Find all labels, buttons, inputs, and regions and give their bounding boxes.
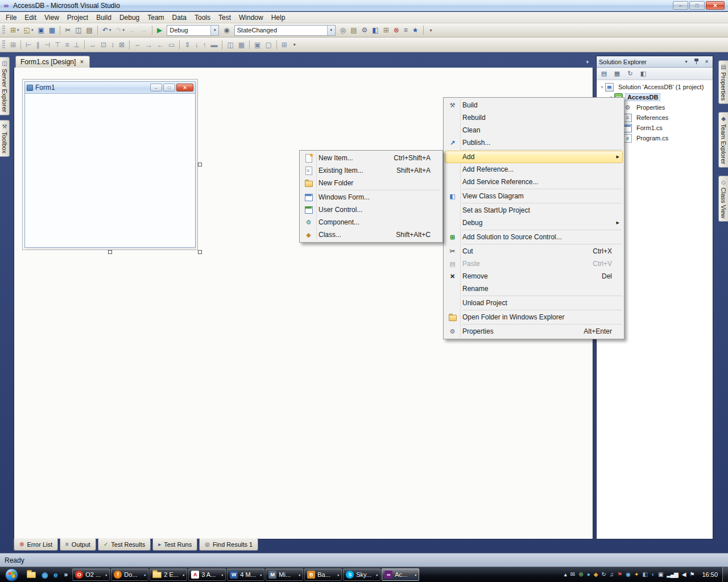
error-list-button[interactable]: ⊗ bbox=[392, 24, 401, 36]
menu-item-rebuild[interactable]: Rebuild bbox=[445, 111, 623, 124]
side-tab-server-explorer[interactable]: ◫Server Explorer bbox=[0, 57, 10, 115]
solution-configurations-combo[interactable]: Debug▾ bbox=[167, 25, 219, 36]
bottom-tab-test-results[interactable]: ✓Test Results bbox=[98, 538, 151, 551]
tray-messenger-icon[interactable]: ● bbox=[587, 572, 590, 577]
close-button[interactable]: ✕ bbox=[706, 1, 725, 10]
taskbar-button-accessdb[interactable]: ∞Ac...▾ bbox=[382, 568, 419, 581]
make-same-size-button[interactable]: ⊠ bbox=[117, 39, 126, 51]
tray-mail-icon[interactable]: ✉ bbox=[570, 572, 574, 577]
copy-button[interactable]: ◫ bbox=[73, 24, 83, 36]
tray-app-icon-1[interactable]: ◉ bbox=[626, 572, 630, 577]
menu-item-windows-form[interactable]: Windows Form... bbox=[301, 191, 441, 203]
taskbar-button-do[interactable]: fDo...▾ bbox=[111, 568, 148, 581]
quick-launch-media-player[interactable]: ◉ bbox=[42, 571, 48, 579]
menu-item-cut[interactable]: CutCtrl+X bbox=[445, 245, 623, 257]
panel-close-icon[interactable]: ✕ bbox=[703, 59, 710, 64]
tab-order-button[interactable]: ⊞ bbox=[280, 39, 289, 51]
tray-volume-icon[interactable]: ◀ bbox=[682, 572, 686, 577]
make-same-width-button[interactable]: ↔ bbox=[88, 39, 98, 51]
bring-to-front-button[interactable]: ▣ bbox=[253, 39, 262, 51]
tab-form1-design[interactable]: Form1.cs [Design] ✕ bbox=[15, 56, 90, 68]
tray-media-icon[interactable]: ♫ bbox=[610, 572, 614, 577]
menu-item-component[interactable]: Component... bbox=[301, 216, 441, 228]
properties-button[interactable]: ▤ bbox=[598, 69, 610, 79]
menu-edit[interactable]: Edit bbox=[20, 13, 40, 23]
start-button[interactable] bbox=[0, 567, 23, 582]
menu-debug[interactable]: Debug bbox=[115, 13, 143, 23]
align-bottoms-button[interactable]: ⊥ bbox=[72, 39, 81, 51]
toolbar-grip[interactable] bbox=[2, 26, 5, 35]
chevron-down-icon[interactable]: ▾ bbox=[327, 26, 335, 35]
make-same-height-button[interactable]: ↕ bbox=[109, 39, 116, 51]
menu-item-add-solution-to-source-control[interactable]: Add Solution to Source Control... bbox=[445, 231, 623, 243]
navigate-forward-button[interactable]: → bbox=[139, 24, 149, 36]
menu-item-remove[interactable]: RemoveDel bbox=[445, 270, 623, 282]
increase-vertical-spacing-button[interactable]: ↓ bbox=[193, 39, 200, 51]
tree-item-solution-accessdb-1-project[interactable]: ▾Solution 'AccessDB' (1 project) bbox=[597, 82, 713, 92]
expander-icon[interactable]: ▾ bbox=[599, 85, 605, 90]
start-page-button[interactable]: ★ bbox=[411, 24, 420, 36]
toolbox-button[interactable]: ⊞ bbox=[382, 24, 391, 36]
hidden-icons-button[interactable]: ▴ bbox=[564, 572, 566, 577]
solution-explorer-button[interactable]: ▤ bbox=[349, 24, 358, 36]
menu-item-clean[interactable]: Clean bbox=[445, 124, 623, 136]
save-button[interactable]: ▣ bbox=[36, 24, 46, 36]
taskbar-button-ba[interactable]: BBa...▾ bbox=[304, 568, 342, 581]
menu-item-paste[interactable]: PasteCtrl+V bbox=[445, 257, 623, 270]
menu-item-rename[interactable]: Rename bbox=[445, 282, 623, 295]
refresh-button[interactable]: ↻ bbox=[624, 69, 636, 79]
menu-item-view-class-diagram[interactable]: View Class Diagram bbox=[445, 190, 623, 202]
bottom-tab-error-list[interactable]: ⊗Error List bbox=[14, 538, 58, 551]
menu-item-new-folder[interactable]: New Folder bbox=[301, 177, 441, 189]
menu-item-properties[interactable]: PropertiesAlt+Enter bbox=[445, 325, 623, 338]
designer-form-body[interactable] bbox=[25, 94, 195, 247]
find-symbol-button[interactable]: ◉ bbox=[222, 24, 231, 36]
center-vertically-button[interactable]: ▦ bbox=[237, 39, 246, 51]
resize-handle-corner[interactable] bbox=[198, 250, 202, 254]
menu-item-class[interactable]: Class...Shift+Alt+C bbox=[301, 228, 441, 241]
menu-item-user-control[interactable]: User Control... bbox=[301, 203, 441, 216]
side-tab-class-view[interactable]: ◇Class View bbox=[718, 176, 728, 222]
decrease-vertical-spacing-button[interactable]: ↑ bbox=[201, 39, 208, 51]
align-middles-button[interactable]: ≡ bbox=[63, 39, 71, 51]
menu-item-new-item[interactable]: New Item...Ctrl+Shift+A bbox=[301, 152, 441, 164]
taskbar-button-skype[interactable]: SSky...▾ bbox=[343, 568, 380, 581]
resize-handle-bottom[interactable] bbox=[108, 250, 112, 254]
align-rights-button[interactable]: ⊣ bbox=[43, 39, 52, 51]
save-all-button[interactable]: ▦ bbox=[47, 24, 57, 36]
bottom-tab-test-runs[interactable]: ▸Test Runs bbox=[152, 538, 197, 551]
redo-button[interactable]: ↷▾ bbox=[114, 24, 126, 36]
paste-button[interactable]: ▤ bbox=[85, 24, 94, 36]
minimize-button[interactable]: – bbox=[673, 1, 688, 10]
menu-item-build[interactable]: Build bbox=[445, 99, 623, 111]
align-centers-button[interactable]: ∥ bbox=[35, 39, 42, 51]
cut-button[interactable]: ✂ bbox=[63, 24, 72, 36]
start-debugging-button[interactable]: ▶ bbox=[155, 24, 164, 36]
chevron-down-icon[interactable]: ▾ bbox=[210, 26, 218, 35]
align-lefts-button[interactable]: ⊢ bbox=[24, 39, 33, 51]
menu-file[interactable]: File bbox=[2, 13, 20, 23]
menu-help[interactable]: Help bbox=[267, 13, 289, 23]
size-to-grid-button[interactable]: ⊡ bbox=[99, 39, 108, 51]
find-combo[interactable]: StateChanged▾ bbox=[234, 25, 336, 36]
navigate-backward-button[interactable]: ← bbox=[127, 24, 138, 36]
quick-launch-browser[interactable]: e bbox=[53, 571, 57, 579]
tray-app-icon-2[interactable]: ✦ bbox=[634, 572, 638, 577]
taskbar-button-adobe-group[interactable]: A3 A...▾ bbox=[188, 568, 226, 581]
menu-tools[interactable]: Tools bbox=[191, 13, 214, 23]
menu-item-publish[interactable]: Publish... bbox=[445, 136, 623, 149]
side-tab-team-explorer[interactable]: ◆Team Explorer bbox=[718, 112, 728, 168]
quick-launch-folder[interactable] bbox=[27, 572, 36, 578]
object-browser-button[interactable]: ◧ bbox=[370, 24, 380, 36]
tray-network-icon[interactable]: ▂▄▆ bbox=[667, 572, 677, 577]
active-files-dropdown-icon[interactable]: ▾ bbox=[586, 59, 589, 65]
add-new-item-button[interactable]: ⊞▾ bbox=[9, 24, 21, 36]
center-horizontally-button[interactable]: ◫ bbox=[225, 39, 235, 51]
maximize-button[interactable]: □ bbox=[689, 1, 705, 10]
toolbar-grip[interactable] bbox=[2, 40, 5, 49]
undo-button[interactable]: ↶▾ bbox=[101, 24, 113, 36]
tray-update-icon[interactable]: ⊕ bbox=[578, 572, 582, 577]
resize-handle-right[interactable] bbox=[198, 163, 202, 167]
menu-item-add-service-reference[interactable]: Add Service Reference... bbox=[445, 176, 623, 188]
menu-project[interactable]: Project bbox=[63, 13, 92, 23]
